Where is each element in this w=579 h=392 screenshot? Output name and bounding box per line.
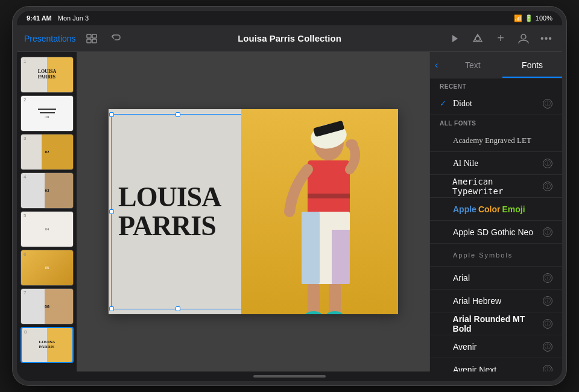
home-indicator bbox=[253, 375, 326, 378]
tab-text[interactable]: Text bbox=[443, 52, 502, 78]
font-item-didot[interactable]: ✓ Didot ⓘ bbox=[430, 92, 562, 115]
model-silhouette bbox=[241, 109, 398, 314]
svg-rect-15 bbox=[329, 284, 341, 314]
toolbar: Presentations Louisa bbox=[17, 25, 562, 52]
font-name-avenir-next: Avenir Next bbox=[453, 365, 496, 372]
font-name-arial-rounded: Arial Rounded MT Bold bbox=[453, 314, 543, 334]
resize-handle-tl[interactable] bbox=[109, 112, 114, 117]
font-item-apple-sd[interactable]: Apple SD Gothic Neo ⓘ bbox=[430, 221, 562, 244]
font-item-arial-rounded[interactable]: Arial Rounded MT Bold ⓘ bbox=[430, 312, 562, 335]
svg-point-4 bbox=[475, 36, 480, 41]
font-name-apple-color: Apple Color Emoji bbox=[453, 204, 525, 214]
toolbar-right: + ••• bbox=[446, 30, 555, 47]
slide-thumbnail-3[interactable]: 3 02 bbox=[21, 134, 74, 170]
font-info-al-nile[interactable]: ⓘ bbox=[543, 159, 552, 168]
font-name-american-typewriter: American Typewriter bbox=[452, 177, 543, 196]
slide-thumbnail-4[interactable]: 4 03 bbox=[21, 172, 74, 209]
wifi-icon: 📶 bbox=[514, 14, 522, 22]
font-item-arial-hebrew[interactable]: Arial Hebrew ⓘ bbox=[430, 289, 562, 312]
all-fonts-section-header: ALL FONTS bbox=[430, 115, 562, 129]
font-name-arial-hebrew: Arial Hebrew bbox=[453, 296, 501, 306]
font-info-avenir-next[interactable]: ⓘ bbox=[543, 365, 552, 372]
status-time: 9:41 AM bbox=[27, 14, 52, 22]
svg-rect-11 bbox=[302, 212, 320, 284]
slide-thumbnail-8[interactable]: 8 LOUISAPARRIS bbox=[21, 327, 74, 363]
slide-text-area: LOUISA PARRIS bbox=[109, 109, 247, 314]
presentations-button[interactable]: Presentations bbox=[24, 34, 76, 43]
resize-handle-bc[interactable] bbox=[176, 306, 180, 311]
font-info-arial[interactable]: ⓘ bbox=[543, 273, 552, 283]
status-date: Mon Jun 3 bbox=[58, 14, 89, 22]
more-options-icon[interactable]: ••• bbox=[538, 30, 555, 47]
slide-canvas: LOUISA PARRIS bbox=[77, 52, 429, 371]
slide-thumbnail-2[interactable]: 2 ·01 bbox=[21, 95, 74, 131]
svg-rect-14 bbox=[308, 284, 320, 314]
font-item-avenir-next[interactable]: Avenir Next ⓘ bbox=[430, 358, 562, 371]
font-item-academy[interactable]: Academy Engraved LET bbox=[430, 129, 562, 152]
svg-rect-0 bbox=[87, 34, 91, 38]
slide-main[interactable]: LOUISA PARRIS bbox=[109, 109, 398, 314]
slide-thumbnail-6[interactable]: 6 05 bbox=[21, 250, 74, 286]
main-content: 1 LOUISAPARRIS 2 ·01 3 bbox=[17, 52, 562, 371]
font-name-apple-sd: Apple SD Gothic Neo bbox=[453, 227, 533, 237]
svg-rect-3 bbox=[92, 39, 96, 43]
right-panel: ‹ Text Fonts RECENT ✓ bbox=[429, 52, 562, 371]
font-name-apple-symbols: Apple Symbols bbox=[453, 251, 513, 259]
font-info-avenir[interactable]: ⓘ bbox=[543, 342, 552, 352]
svg-point-5 bbox=[521, 34, 526, 39]
font-info-american-typewriter[interactable]: ⓘ bbox=[543, 182, 552, 191]
ipad-screen: 9:41 AM Mon Jun 3 📶 🔋 100% Presentations bbox=[17, 11, 562, 381]
svg-rect-2 bbox=[87, 39, 91, 43]
font-item-apple-symbols[interactable]: Apple Symbols bbox=[430, 244, 562, 267]
home-bar bbox=[17, 371, 562, 381]
slide-panel: 1 LOUISAPARRIS 2 ·01 3 bbox=[17, 52, 77, 371]
font-item-al-nile[interactable]: Al Nile ⓘ bbox=[430, 152, 562, 175]
slide-thumbnail-5[interactable]: 5 04 bbox=[21, 211, 74, 247]
battery-icon: 🔋 bbox=[525, 14, 533, 22]
font-name-arial: Arial bbox=[453, 273, 470, 283]
slide-headline: LOUISA PARRIS bbox=[118, 183, 221, 241]
slide-thumbnail-1[interactable]: 1 LOUISAPARRIS bbox=[21, 57, 74, 93]
slide-thumbnail-7[interactable]: 7 06 bbox=[21, 288, 74, 324]
battery-percent: 100% bbox=[536, 14, 552, 22]
font-info-didot[interactable]: ⓘ bbox=[543, 99, 552, 109]
model-svg bbox=[241, 109, 398, 314]
tab-fonts[interactable]: Fonts bbox=[502, 52, 562, 78]
panel-tabs: ‹ Text Fonts bbox=[430, 52, 562, 78]
svg-rect-1 bbox=[92, 34, 96, 38]
font-name-academy: Academy Engraved LET bbox=[453, 136, 531, 145]
document-title: Louisa Parris Collection bbox=[238, 33, 341, 43]
font-name-avenir: Avenir bbox=[453, 342, 476, 352]
model-overlay bbox=[241, 109, 398, 314]
font-name-al-nile: Al Nile bbox=[453, 159, 478, 168]
undo-icon[interactable] bbox=[107, 30, 124, 47]
ipad-frame: 9:41 AM Mon Jun 3 📶 🔋 100% Presentations bbox=[12, 6, 567, 386]
shape-tool-icon[interactable] bbox=[469, 30, 486, 47]
font-info-apple-sd[interactable]: ⓘ bbox=[543, 227, 552, 237]
resize-handle-bl[interactable] bbox=[109, 306, 114, 311]
svg-rect-9 bbox=[308, 160, 350, 215]
slide-photo-area bbox=[241, 109, 398, 314]
resize-handle-tc[interactable] bbox=[176, 112, 180, 117]
toolbar-center: Louisa Parris Collection bbox=[133, 33, 446, 43]
recent-section-header: RECENT bbox=[430, 78, 562, 92]
svg-rect-12 bbox=[332, 230, 350, 284]
font-item-american-typewriter[interactable]: American Typewriter ⓘ bbox=[430, 175, 562, 198]
svg-point-13 bbox=[346, 139, 358, 149]
add-button[interactable]: + bbox=[492, 30, 509, 47]
font-item-avenir[interactable]: Avenir ⓘ bbox=[430, 335, 562, 358]
status-right: 📶 🔋 100% bbox=[514, 14, 552, 22]
font-info-arial-rounded[interactable]: ⓘ bbox=[543, 319, 552, 329]
font-info-arial-hebrew[interactable]: ⓘ bbox=[543, 296, 552, 306]
font-item-arial[interactable]: Arial ⓘ bbox=[430, 267, 562, 289]
back-arrow-icon[interactable]: ‹ bbox=[430, 60, 443, 71]
font-check-didot: ✓ bbox=[440, 99, 448, 108]
font-list: RECENT ✓ Didot ⓘ ALL FONTS bbox=[430, 78, 562, 371]
play-button[interactable] bbox=[446, 30, 463, 47]
toolbar-left: Presentations bbox=[24, 30, 133, 47]
resize-handle-ml[interactable] bbox=[109, 209, 114, 214]
svg-rect-18 bbox=[308, 194, 350, 198]
font-item-apple-color[interactable]: Apple Color Emoji bbox=[430, 198, 562, 221]
account-icon[interactable] bbox=[515, 30, 532, 47]
grid-view-icon[interactable] bbox=[83, 30, 100, 47]
